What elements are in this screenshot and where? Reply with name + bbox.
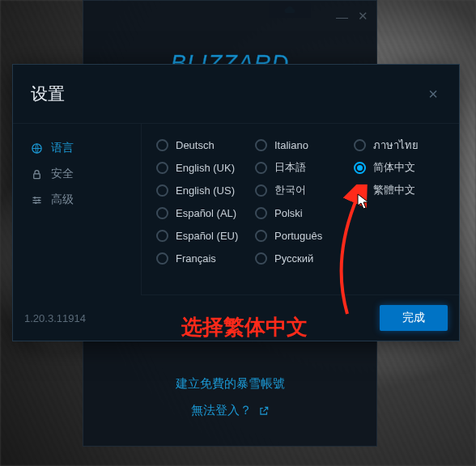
sidebar-item-security[interactable]: 安全 xyxy=(13,161,141,187)
modal-title: 设置 xyxy=(31,83,65,105)
language-radio-grid: DeutschItalianoภาษาไทยEnglish (UK)日本語简体中… xyxy=(156,133,453,269)
language-label: Español (AL) xyxy=(176,207,236,219)
lock-icon xyxy=(31,168,43,180)
cannot-login-link[interactable]: 無法登入？ xyxy=(83,403,376,418)
radio-icon xyxy=(255,252,267,265)
radio-icon xyxy=(156,252,168,265)
sidebar-item-label: 安全 xyxy=(51,167,74,181)
language-label: 繁體中文 xyxy=(373,183,415,197)
language-label: 日本語 xyxy=(274,160,306,175)
language-option[interactable]: 日本語 xyxy=(255,156,354,179)
language-label: 简体中文 xyxy=(373,160,415,175)
settings-sidebar: 语言 安全 高级 xyxy=(13,124,141,295)
language-label: Italiano xyxy=(274,139,308,151)
language-option[interactable]: ภาษาไทย xyxy=(354,133,453,156)
create-account-link[interactable]: 建立免費的暴雪帳號 xyxy=(83,376,376,392)
login-titlebar: — ✕ xyxy=(83,1,376,32)
sidebar-item-label: 高级 xyxy=(51,193,74,207)
language-option[interactable]: Español (AL) xyxy=(156,201,255,224)
language-option[interactable]: 简体中文 xyxy=(354,156,453,179)
cannot-login-label: 無法登入？ xyxy=(191,403,252,418)
language-option[interactable]: Français xyxy=(156,247,255,269)
radio-icon xyxy=(255,207,267,219)
sliders-icon xyxy=(31,194,43,206)
version-label: 1.20.3.11914 xyxy=(24,312,86,324)
radio-icon xyxy=(255,162,267,174)
language-label: Polski xyxy=(274,207,303,219)
language-option[interactable]: Italiano xyxy=(255,133,354,156)
language-label: Português xyxy=(274,230,322,242)
globe-icon xyxy=(31,142,43,155)
radio-icon xyxy=(255,139,267,151)
radio-icon xyxy=(156,139,168,151)
external-link-icon xyxy=(258,405,270,417)
radio-icon xyxy=(156,207,168,219)
language-option[interactable]: 繁體中文 xyxy=(354,179,453,201)
language-label: English (UK) xyxy=(176,162,235,174)
radio-icon xyxy=(156,184,168,197)
close-button[interactable]: ✕ xyxy=(358,9,368,23)
radio-icon xyxy=(156,162,168,174)
radio-icon xyxy=(354,184,366,197)
login-links: 建立免費的暴雪帳號 無法登入？ xyxy=(83,365,376,418)
settings-modal: 设置 × 语言 安全 高级 De xyxy=(12,64,460,341)
radio-icon xyxy=(255,230,267,242)
radio-icon xyxy=(156,230,168,242)
radio-icon xyxy=(354,162,366,174)
modal-footer: 1.20.3.11914 完成 xyxy=(13,295,459,341)
sidebar-item-language[interactable]: 语言 xyxy=(13,135,141,161)
language-option[interactable]: Русский xyxy=(255,247,354,269)
done-button[interactable]: 完成 xyxy=(380,305,448,331)
modal-body: 语言 安全 高级 DeutschItalianoภาษาไทยEnglish (… xyxy=(13,124,459,295)
radio-icon xyxy=(354,139,366,151)
language-option[interactable]: Deutsch xyxy=(156,133,255,156)
settings-content: DeutschItalianoภาษาไทยEnglish (UK)日本語简体中… xyxy=(141,124,459,295)
svg-point-5 xyxy=(35,201,37,204)
language-label: 한국어 xyxy=(274,183,306,197)
language-option[interactable]: Português xyxy=(255,224,354,247)
language-option[interactable]: 한국어 xyxy=(255,179,354,201)
radio-icon xyxy=(255,184,267,197)
language-label: Español (EU) xyxy=(176,230,238,242)
language-option[interactable]: Polski xyxy=(255,201,354,224)
modal-header: 设置 × xyxy=(13,65,459,124)
svg-point-4 xyxy=(38,199,40,201)
modal-close-button[interactable]: × xyxy=(425,82,441,107)
svg-point-3 xyxy=(34,197,36,199)
language-label: Deutsch xyxy=(176,139,215,151)
language-option[interactable]: Español (EU) xyxy=(156,224,255,247)
sidebar-item-label: 语言 xyxy=(51,141,74,155)
language-label: ภาษาไทย xyxy=(373,137,419,154)
sidebar-item-advanced[interactable]: 高级 xyxy=(13,187,141,213)
language-option[interactable]: English (US) xyxy=(156,179,255,201)
language-option[interactable]: English (UK) xyxy=(156,156,255,179)
language-label: Русский xyxy=(274,252,313,265)
svg-rect-2 xyxy=(34,173,40,178)
language-label: English (US) xyxy=(176,184,235,197)
language-label: Français xyxy=(176,252,216,265)
minimize-button[interactable]: — xyxy=(336,10,348,23)
